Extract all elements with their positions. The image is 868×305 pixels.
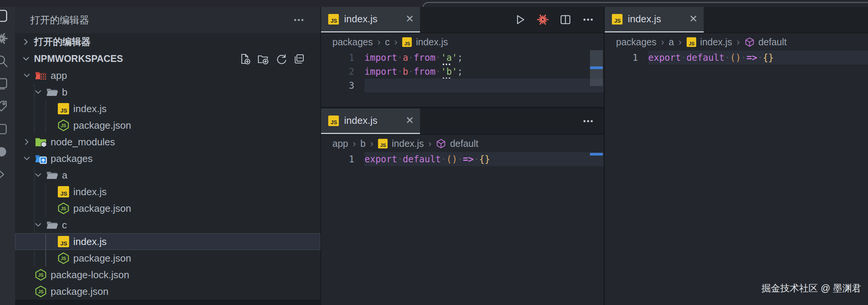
svg-text:JS: JS — [38, 289, 44, 294]
breadcrumb-item-c[interactable]: c — [385, 37, 390, 48]
tree-item-package-lock-json[interactable]: JSpackage-lock.json — [15, 266, 320, 283]
indent-guide — [45, 183, 46, 217]
module-cube-icon — [436, 139, 446, 149]
new-file-icon[interactable] — [239, 53, 251, 65]
tree-item-b[interactable]: b — [15, 84, 320, 100]
run-icon[interactable] — [514, 13, 527, 26]
svg-text:JS: JS — [405, 41, 410, 46]
more-icon[interactable] — [582, 13, 595, 26]
section-header-open-editors[interactable]: 打开的编辑器 — [15, 33, 320, 50]
watermark-text: 掘金技术社区 @ 墨渊君 — [761, 282, 861, 294]
starburst-icon[interactable] — [0, 32, 8, 45]
code-editor[interactable]: 1export·default·()·=>·{} — [605, 51, 868, 65]
js-file-icon: JS — [57, 186, 70, 198]
breadcrumb-item-packages[interactable]: packages — [616, 37, 656, 48]
breadcrumb: packages›a›JSindex.js›default — [605, 33, 868, 51]
code-line-2[interactable]: 2import·b·from·'b'; — [321, 65, 604, 79]
breadcrumb-label: packages — [616, 37, 656, 48]
breadcrumb-item-packages[interactable]: packages — [332, 37, 373, 48]
run-all-icon[interactable] — [536, 13, 549, 26]
code-line-1[interactable]: 1import·a·from·'a'; — [321, 51, 604, 65]
whitespace-dot: · — [436, 66, 441, 77]
svg-text:JS: JS — [60, 107, 67, 114]
breadcrumb-item-a[interactable]: a — [669, 37, 674, 48]
code-line-1[interactable]: 1export·default·()·=>·{} — [321, 152, 604, 166]
tree-item-app[interactable]: app — [15, 67, 320, 84]
tree-item-c[interactable]: c — [15, 217, 320, 233]
tree-item-package-json[interactable]: JSpackage.json — [15, 200, 320, 217]
code-line-3[interactable]: 3 — [321, 79, 604, 92]
breadcrumb-item-index-js[interactable]: JSindex.js — [686, 37, 732, 48]
editor-actions — [514, 7, 604, 32]
token: a — [403, 52, 408, 63]
tab-index-js[interactable]: JSindex.js✕ — [321, 7, 420, 32]
indent-guide — [34, 167, 35, 266]
breadcrumb-label: packages — [332, 37, 373, 48]
svg-text:JS: JS — [380, 142, 386, 148]
token: {} — [763, 52, 774, 63]
tree-item-package-json[interactable]: JSpackage.json — [15, 117, 320, 134]
breadcrumb: packages›c›JSindex.js — [321, 33, 604, 51]
tag-icon[interactable] — [0, 100, 8, 113]
files-icon[interactable] — [0, 9, 8, 23]
more-actions-icon[interactable] — [292, 14, 305, 26]
svg-text:JS: JS — [689, 41, 694, 46]
code-text: import·a·from·'a'; — [354, 52, 463, 63]
tree-item-packages[interactable]: packages — [15, 150, 320, 167]
token: import — [364, 66, 397, 77]
search-icon[interactable] — [0, 54, 8, 68]
section-header-npm-workspaces[interactable]: NPMWORKSPACES — [15, 50, 320, 67]
json-file-icon: JS — [35, 285, 47, 297]
chevron-right-icon[interactable] — [0, 168, 8, 181]
refresh-icon[interactable] — [275, 53, 287, 65]
breadcrumb-label: c — [385, 37, 390, 48]
tree-item-package-json[interactable]: JSpackage.json — [15, 250, 320, 266]
tab-index-js[interactable]: JSindex.js✕ — [321, 108, 420, 134]
svg-text:JS: JS — [61, 123, 66, 128]
tree-item-package-json[interactable]: JSpackage.json — [15, 283, 320, 300]
svg-text:JS: JS — [38, 273, 44, 278]
token: 'b' — [441, 66, 457, 77]
tree-item-index-js[interactable]: JSindex.js — [15, 183, 320, 200]
close-icon[interactable]: ✕ — [689, 14, 698, 24]
collapse-all-icon[interactable] — [293, 53, 305, 65]
copy-icon[interactable] — [0, 77, 8, 91]
breadcrumb-item-app[interactable]: app — [332, 138, 348, 149]
indent-guide-active — [45, 233, 46, 266]
tree-item-label: node_modules — [51, 136, 115, 148]
split-editor-icon[interactable] — [559, 13, 572, 26]
tree-item-index-js[interactable]: JSindex.js — [15, 100, 320, 117]
breadcrumb-item-default[interactable]: default — [744, 37, 787, 48]
line-number: 1 — [605, 52, 638, 63]
square-icon[interactable] — [0, 122, 8, 136]
code-editor[interactable]: 1import·a·from·'a';2import·b·from·'b';3 — [321, 51, 604, 92]
section-label: NPMWORKSPACES — [34, 53, 123, 64]
tab-bar: JSindex.js✕ — [605, 7, 868, 33]
breadcrumb-item-index-js[interactable]: JSindex.js — [378, 138, 424, 149]
tab-label: index.js — [344, 13, 377, 25]
tab-index-js[interactable]: JSindex.js✕ — [605, 7, 704, 32]
tree-item-node-modules[interactable]: node_modules — [15, 134, 320, 150]
token: default — [403, 154, 441, 165]
breadcrumb-item-b[interactable]: b — [360, 138, 366, 149]
circle-icon[interactable] — [0, 145, 8, 159]
more-icon[interactable] — [582, 115, 595, 128]
breadcrumb-item-index-js[interactable]: JSindex.js — [402, 37, 448, 48]
close-icon[interactable]: ✕ — [405, 14, 414, 24]
tree-item-a[interactable]: a — [15, 167, 320, 183]
tree-item-label: app — [51, 70, 67, 82]
tree-item-label: a — [62, 169, 67, 181]
code-editor[interactable]: 1export·default·()·=>·{} — [321, 152, 604, 166]
code-line-1[interactable]: 1export·default·()·=>·{} — [605, 51, 868, 65]
breadcrumb-item-default[interactable]: default — [436, 138, 478, 149]
js-file-icon: JS — [328, 14, 339, 25]
chevron-down-icon — [22, 154, 32, 163]
overview-ruler-cursor-marker — [590, 66, 603, 69]
svg-text:JS: JS — [331, 119, 337, 125]
close-icon[interactable]: ✕ — [405, 116, 414, 126]
breadcrumb-separator: › — [428, 138, 431, 149]
folder-packages-icon — [35, 152, 47, 165]
section-actions — [239, 53, 305, 65]
tree-item-index-js[interactable]: JSindex.js — [15, 233, 320, 250]
new-folder-icon[interactable] — [257, 53, 269, 65]
